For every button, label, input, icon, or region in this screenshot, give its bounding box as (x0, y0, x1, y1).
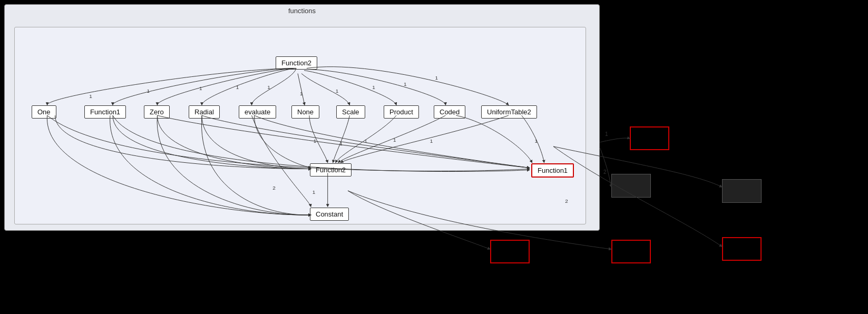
svg-text:1: 1 (435, 75, 438, 81)
node-radial: Radial (189, 105, 220, 119)
diagram-title: functions (288, 7, 316, 15)
node-product: Product (384, 105, 419, 119)
svg-text:2: 2 (603, 169, 607, 175)
svg-text:1: 1 (393, 137, 396, 143)
svg-text:1: 1 (364, 138, 367, 144)
svg-text:1: 1 (89, 93, 92, 99)
svg-text:1: 1 (535, 138, 538, 144)
svg-text:1: 1 (605, 131, 608, 137)
node-none: None (291, 105, 319, 119)
svg-text:2: 2 (272, 185, 276, 191)
node-constant: Constant (310, 208, 349, 221)
node-function1-top: Function1 (84, 105, 126, 119)
node-function2-mid: Function2 (310, 163, 352, 176)
svg-text:1: 1 (340, 141, 343, 146)
svg-text:1: 1 (404, 81, 407, 87)
red-box-top-right (630, 126, 669, 150)
red-box-bottom-left (490, 240, 530, 263)
node-scale: Scale (336, 105, 365, 119)
red-box-far-right (722, 237, 762, 261)
svg-text:1: 1 (199, 85, 202, 91)
node-one: One (32, 105, 56, 119)
dark-box-far-right (722, 179, 762, 203)
node-evaluate: evaluate (239, 105, 276, 119)
node-coded: Coded (434, 105, 465, 119)
svg-text:1: 1 (372, 84, 375, 90)
svg-text:1: 1 (267, 84, 270, 90)
svg-text:1: 1 (236, 84, 239, 90)
svg-text:1: 1 (313, 189, 316, 195)
svg-text:1: 1 (147, 88, 150, 94)
red-box-bottom-mid (611, 240, 651, 263)
node-zero: Zero (144, 105, 170, 119)
main-diagram: functions Function2 One Function1 Zero R… (4, 4, 600, 231)
svg-text:1: 1 (430, 138, 433, 144)
inner-cluster: Function2 One Function1 Zero Radial eval… (14, 27, 586, 224)
svg-text:1: 1 (336, 88, 339, 94)
node-function1-right: Function1 (531, 163, 574, 178)
dark-box-middle (611, 174, 651, 198)
svg-text:1: 1 (300, 91, 303, 96)
svg-text:2: 2 (565, 198, 568, 204)
node-function2-top: Function2 (276, 56, 317, 70)
svg-text:1: 1 (314, 138, 317, 144)
node-uniformtable2: UniformTable2 (481, 105, 537, 119)
